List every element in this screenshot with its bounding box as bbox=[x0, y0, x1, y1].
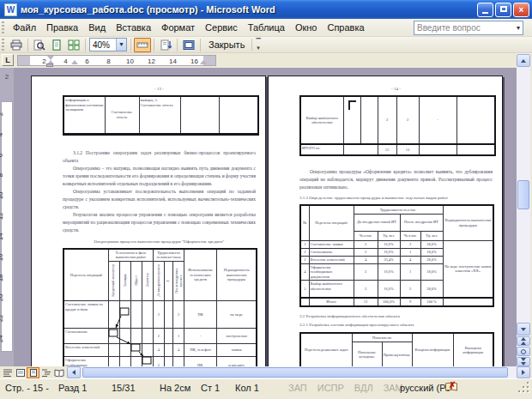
zoom-combobox[interactable]: 40% ▼ bbox=[89, 38, 127, 51]
magnifier-button[interactable] bbox=[31, 38, 48, 52]
full-screen-button[interactable] bbox=[180, 38, 197, 52]
table-cell: 1 bbox=[400, 263, 420, 281]
menu-item[interactable]: Окно bbox=[290, 21, 323, 34]
value-cell: ПК bbox=[184, 301, 217, 329]
arrow-left-icon bbox=[72, 370, 76, 375]
title-bar[interactable]: W моя_курсовая_работа.doc (просмотр) - M… bbox=[0, 0, 532, 19]
tab-selector[interactable]: L bbox=[2, 54, 14, 66]
table-cell: Оформление необходимых документов bbox=[309, 263, 354, 281]
value-cell: 2 bbox=[173, 301, 184, 329]
scroll-right-button[interactable] bbox=[517, 366, 530, 378]
table-cell: информации о финансовом состоянии заемщи… bbox=[63, 96, 105, 134]
status-bar: Стр. - 15 - Разд 1 15/31 На 2см Ст 1 Кол… bbox=[0, 378, 532, 399]
value-cell: 2 bbox=[153, 301, 164, 329]
web-layout-view-button[interactable] bbox=[14, 367, 27, 378]
reading-layout-icon bbox=[54, 369, 64, 377]
menu-item[interactable]: Таблица bbox=[243, 21, 290, 34]
horizontal-scroll-track[interactable] bbox=[81, 366, 517, 378]
one-page-button[interactable] bbox=[48, 38, 65, 52]
total-label: Итого bbox=[309, 298, 354, 306]
menu-item[interactable]: Формат bbox=[156, 21, 200, 34]
shrink-to-fit-button[interactable] bbox=[157, 38, 174, 52]
status-toggle[interactable]: ЗАП bbox=[288, 383, 307, 393]
menu-drag-handle-icon[interactable] bbox=[2, 21, 4, 33]
horizontal-scroll-thumb[interactable] bbox=[82, 367, 508, 378]
row-label: Согласование bbox=[63, 329, 108, 344]
status-column[interactable]: Кол 1 bbox=[235, 383, 259, 393]
view-ruler-button[interactable] bbox=[134, 38, 151, 52]
table-cell: 16,6% bbox=[378, 248, 400, 256]
ruler-left-margin bbox=[18, 56, 30, 65]
zoom-dropdown-arrow-icon[interactable]: ▼ bbox=[116, 39, 126, 51]
menu-item[interactable]: Вид bbox=[83, 21, 111, 34]
close-preview-button[interactable]: Закрыть bbox=[203, 39, 250, 51]
normal-view-button[interactable] bbox=[1, 367, 14, 378]
previous-page-button[interactable] bbox=[517, 336, 530, 346]
status-page-of-total[interactable]: 15/31 bbox=[112, 383, 136, 393]
table-cell: 18,0% bbox=[420, 263, 443, 281]
total-value: 9 bbox=[400, 298, 420, 306]
vertical-ruler[interactable]: 2 24681012141618202224 bbox=[0, 68, 14, 366]
menu-item[interactable]: Файл bbox=[8, 21, 41, 34]
section-heading: 3.2.1 Разработка состава информации прое… bbox=[299, 322, 493, 329]
maximize-button[interactable] bbox=[495, 3, 511, 17]
preview-page-13[interactable]: - 13 - информации о финансовом состоянии… bbox=[31, 76, 266, 366]
sub-col-header: Чел.час bbox=[400, 231, 420, 240]
status-line[interactable]: Ст 1 bbox=[201, 383, 220, 393]
vertical-scroll-thumb[interactable] bbox=[517, 180, 529, 209]
table-cell: 2 bbox=[354, 248, 378, 256]
ask-question-box[interactable]: Введите вопрос ▾ bbox=[414, 21, 523, 35]
print-button[interactable] bbox=[8, 38, 25, 52]
menu-item[interactable]: Правка bbox=[41, 21, 83, 34]
close-button[interactable]: × bbox=[513, 3, 529, 17]
status-section[interactable]: Разд 1 bbox=[58, 383, 87, 393]
table-cell bbox=[300, 298, 309, 306]
multiple-pages-icon bbox=[68, 39, 80, 51]
table-cell: 4 bbox=[354, 256, 378, 263]
tab-stop-marker[interactable] bbox=[71, 60, 78, 64]
col-group-header: До внедрения новой ИТ bbox=[354, 214, 400, 231]
table-cell: 2 bbox=[354, 263, 378, 281]
status-position[interactable]: На 2см bbox=[160, 383, 190, 393]
select-browse-object-button[interactable] bbox=[517, 347, 530, 356]
toolbar-options-button[interactable]: ▔▾ bbox=[251, 39, 263, 51]
toolbar-drag-handle-icon[interactable] bbox=[2, 39, 4, 51]
outline-view-button[interactable] bbox=[39, 367, 52, 378]
status-toggle[interactable]: ВДЛ bbox=[354, 383, 373, 393]
vertical-col-header: Кредитный инспектор bbox=[112, 264, 116, 297]
scroll-up-button[interactable] bbox=[517, 54, 530, 67]
menu-bar: ФайлПравкаВидВставкаФорматСервисТаблицаО… bbox=[0, 19, 532, 37]
web-layout-icon bbox=[16, 369, 25, 377]
spelling-status-icon[interactable]: ✗ bbox=[445, 381, 459, 392]
vertical-col-header: Т bbox=[166, 280, 171, 281]
table-cell bbox=[219, 96, 258, 134]
window-resize-grip[interactable] bbox=[519, 383, 530, 394]
status-page[interactable]: Стр. - 15 - bbox=[5, 383, 49, 393]
col-header: Перечень операций bbox=[63, 249, 108, 301]
reading-layout-view-button[interactable] bbox=[52, 367, 65, 378]
menu-item[interactable]: Вставка bbox=[111, 21, 156, 34]
status-language[interactable]: русский (Ро bbox=[400, 383, 450, 393]
preview-page-14[interactable]: - 14 - Выбор шаблонного обеспечения 2 2 … bbox=[268, 76, 503, 366]
left-indent-marker[interactable] bbox=[46, 63, 53, 67]
status-toggle[interactable]: ИСПР bbox=[317, 383, 344, 393]
scroll-left-button[interactable] bbox=[67, 366, 81, 378]
table-cell: Согласование bbox=[309, 248, 354, 256]
multiple-pages-button[interactable] bbox=[65, 38, 82, 52]
menu-item[interactable]: Сервис bbox=[200, 21, 243, 34]
scroll-down-button[interactable] bbox=[517, 323, 530, 336]
sub-col-header: Чел.час bbox=[354, 231, 378, 240]
vertical-scrollbar[interactable] bbox=[517, 53, 530, 366]
col-header: Входная информация bbox=[412, 333, 453, 367]
outline-view-icon bbox=[42, 369, 51, 377]
horizontal-ruler[interactable]: 246810121416 bbox=[17, 55, 216, 66]
arrow-right-icon bbox=[522, 370, 525, 375]
col-header: Выходная информация bbox=[453, 333, 493, 367]
print-layout-view-button[interactable] bbox=[27, 367, 39, 378]
right-indent-marker[interactable] bbox=[200, 60, 207, 64]
minimize-button[interactable] bbox=[477, 3, 493, 17]
vertical-col-header: Заемщик bbox=[124, 274, 128, 287]
ruler-numbers: 24681012141618202224 bbox=[0, 104, 14, 349]
next-page-button[interactable] bbox=[517, 357, 530, 366]
menu-item[interactable]: Справка bbox=[322, 21, 369, 34]
